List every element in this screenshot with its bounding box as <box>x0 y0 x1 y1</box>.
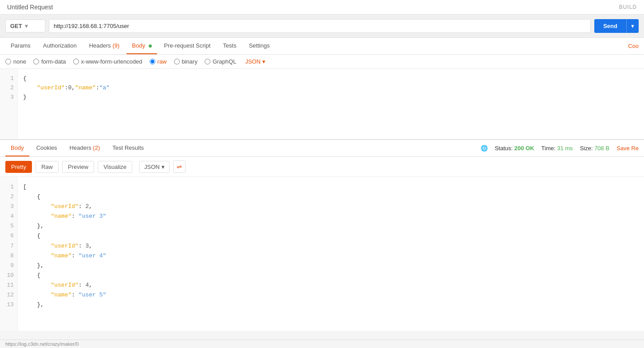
save-response-button[interactable]: Save Re <box>616 145 639 152</box>
radio-form-data[interactable]: form-data <box>33 58 66 65</box>
tab-pre-request[interactable]: Pre-request Script <box>159 38 216 54</box>
tab-authorization[interactable]: Authorization <box>38 38 82 54</box>
response-code-content: [ { "userId": 2, "name": "user 3" }, { "… <box>18 177 644 331</box>
response-section: Body Cookies Headers (2) Test Results 🌐 … <box>0 140 644 331</box>
fmt-raw-button[interactable]: Raw <box>36 161 59 173</box>
response-json-select[interactable]: JSON ▾ <box>139 161 170 173</box>
response-tab-headers[interactable]: Headers (2) <box>64 140 106 156</box>
wrap-button[interactable]: ⇌ <box>173 160 186 173</box>
response-tabs-row: Body Cookies Headers (2) Test Results 🌐 … <box>0 140 644 157</box>
method-chevron-icon: ▾ <box>25 23 28 29</box>
status-bar: https://log.c3dn.net/crazy/maker/0 <box>0 340 644 348</box>
fmt-visualize-button[interactable]: Visualize <box>98 161 132 173</box>
response-line-numbers: 1 2 3 4 5 6 7 8 9 10 11 12 13 <box>0 177 18 331</box>
build-label: BUILD <box>619 4 637 10</box>
response-editor: 1 2 3 4 5 6 7 8 9 10 11 12 13 [ { "userI… <box>0 177 644 331</box>
top-bar: Untitled Request BUILD <box>0 0 644 15</box>
time-value: 31 ms <box>557 145 573 152</box>
status-bar-url: https://log.c3dn.net/crazy/maker/0 <box>5 341 79 347</box>
response-meta: 🌐 Status: 200 OK Time: 31 ms Size: 708 B… <box>481 145 639 152</box>
response-tab-cookies[interactable]: Cookies <box>31 140 63 156</box>
cookies-link[interactable]: Coo <box>628 38 639 54</box>
send-group: Send ▾ <box>594 19 639 33</box>
fmt-pretty-button[interactable]: Pretty <box>5 161 32 173</box>
size-value: 708 B <box>594 145 609 152</box>
tab-params[interactable]: Params <box>5 38 36 54</box>
tab-body[interactable]: Body <box>126 38 157 54</box>
send-dropdown-button[interactable]: ▾ <box>626 19 639 33</box>
response-format-label: JSON <box>144 164 160 170</box>
url-bar: GET ▾ Send ▾ <box>0 15 644 38</box>
json-chevron-icon: ▾ <box>262 58 265 65</box>
send-button[interactable]: Send <box>594 19 626 33</box>
radio-urlencoded[interactable]: x-www-form-urlencoded <box>73 58 142 65</box>
response-format-chevron-icon: ▾ <box>162 164 165 170</box>
response-tab-test-results[interactable]: Test Results <box>107 140 149 156</box>
radio-raw[interactable]: raw <box>150 58 167 65</box>
method-select[interactable]: GET ▾ <box>5 20 45 32</box>
app-title: Untitled Request <box>7 4 53 11</box>
request-line-numbers: 1 2 3 <box>0 69 18 139</box>
body-options: none form-data x-www-form-urlencoded raw… <box>0 55 644 69</box>
json-format-select[interactable]: JSON ▾ <box>245 58 265 65</box>
tab-tests[interactable]: Tests <box>217 38 241 54</box>
response-format-bar: Pretty Raw Preview Visualize JSON ▾ ⇌ <box>0 157 644 177</box>
request-editor: 1 2 3 { "userId":0,"name":"a" } <box>0 69 644 140</box>
globe-icon[interactable]: 🌐 <box>481 145 488 152</box>
radio-graphql[interactable]: GraphQL <box>205 58 236 65</box>
radio-binary[interactable]: binary <box>174 58 198 65</box>
fmt-preview-button[interactable]: Preview <box>62 161 94 173</box>
url-input[interactable] <box>49 19 591 33</box>
tab-settings[interactable]: Settings <box>244 38 275 54</box>
radio-none[interactable]: none <box>5 58 26 65</box>
body-active-dot <box>149 44 152 48</box>
request-code-content[interactable]: { "userId":0,"name":"a" } <box>18 69 644 139</box>
method-label: GET <box>10 23 22 29</box>
json-format-label: JSON <box>245 58 261 65</box>
request-tabs-row: Params Authorization Headers (9) Body Pr… <box>0 38 644 55</box>
response-tab-body[interactable]: Body <box>5 140 29 156</box>
status-value: 200 OK <box>514 145 534 152</box>
tab-headers[interactable]: Headers (9) <box>84 38 125 54</box>
